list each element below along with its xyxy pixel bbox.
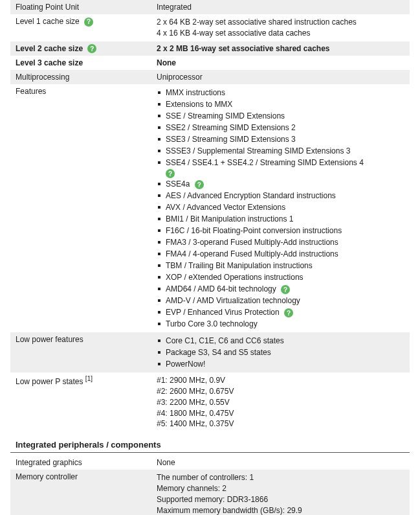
value-igfx: None (157, 458, 404, 467)
value-mp: Uniprocessor (157, 73, 404, 82)
value-l3: None (157, 58, 404, 67)
list-item: PowerNow! (157, 358, 404, 370)
label-pstates: Low power P states [1] (16, 375, 157, 386)
value-pstates: #1: 2900 MHz, 0.9V #2: 2600 MHz, 0.675V … (157, 375, 404, 429)
list-item: XOP / eXtended Operations instructions (157, 271, 404, 283)
list-item: Package S3, S4 and S5 states (157, 347, 404, 358)
label-mp: Multiprocessing (16, 73, 157, 82)
help-icon[interactable]: ? (284, 308, 293, 317)
list-item: FMA3 / 3-operand Fused Multiply-Add inst… (157, 236, 404, 248)
list-item: F16C / 16-bit Floating-Point conversion … (157, 225, 404, 236)
row-memctrl: Memory controller The number of controll… (10, 470, 410, 515)
list-item: Extensions to MMX (157, 98, 404, 110)
list-item: MMX instructions (157, 87, 404, 98)
list-item: AES / Advanced Encryption Standard instr… (157, 190, 404, 201)
footnote-ref: [1] (85, 375, 93, 382)
row-pstates: Low power P states [1] #1: 2900 MHz, 0.9… (10, 372, 410, 432)
row-lowpower: Low power features Core C1, C1E, C6 and … (10, 332, 410, 372)
help-icon[interactable]: ? (84, 17, 93, 27)
value-features: MMX instructionsExtensions to MMXSSE / S… (157, 87, 404, 330)
list-item: BMI1 / Bit Manipulation instructions 1 (157, 213, 404, 225)
label-lowpower: Low power features (16, 335, 157, 344)
row-features: Features MMX instructionsExtensions to M… (10, 84, 410, 332)
lowpower-list: Core C1, C1E, C6 and CC6 statesPackage S… (157, 335, 404, 370)
list-item: SSE3 / Streaming SIMD Extensions 3 (157, 133, 404, 145)
help-icon[interactable]: ? (195, 180, 204, 189)
list-item: FMA4 / 4-operand Fused Multiply-Add inst… (157, 248, 404, 260)
label-l1: Level 1 cache size ? (16, 17, 157, 27)
label-igfx: Integrated graphics (16, 458, 157, 467)
label-fpu: Floating Point Unit (16, 3, 157, 12)
list-item: Turbo Core 3.0 technology (157, 318, 404, 330)
features-list: MMX instructionsExtensions to MMXSSE / S… (157, 87, 404, 330)
row-l2: Level 2 cache size ? 2 x 2 MB 16-way set… (10, 41, 410, 56)
label-l2: Level 2 cache size ? (16, 44, 157, 54)
value-fpu: Integrated (157, 3, 404, 12)
value-l2: 2 x 2 MB 16-way set associative shared c… (157, 44, 404, 53)
label-memctrl: Memory controller (16, 472, 157, 481)
list-item: AMD-V / AMD Virtualization technology (157, 295, 404, 306)
row-igfx: Integrated graphics None (10, 455, 410, 470)
list-item: Core C1, C1E, C6 and CC6 states (157, 335, 404, 347)
value-lowpower: Core C1, C1E, C6 and CC6 statesPackage S… (157, 335, 404, 370)
list-item: SSE4 / SSE4.1 + SSE4.2 / Streaming SIMD … (157, 157, 404, 168)
list-item: EVP / Enhanced Virus Protection ? (157, 306, 404, 318)
list-item: SSE2 / Streaming SIMD Extensions 2 (157, 122, 404, 133)
label-features: Features (16, 87, 157, 96)
value-memctrl: The number of controllers: 1 Memory chan… (157, 472, 404, 515)
help-icon[interactable]: ? (166, 169, 175, 178)
row-l1: Level 1 cache size ? 2 x 64 KB 2-way set… (10, 14, 410, 41)
list-item: SSE4a ? (157, 178, 404, 190)
list-item: TBM / Trailing Bit Manipulation instruct… (157, 260, 404, 271)
list-item: SSE / Streaming SIMD Extensions (157, 110, 404, 122)
section-peripherals: Integrated peripherals / components (10, 432, 410, 453)
row-fpu: Floating Point Unit Integrated (10, 0, 410, 14)
help-icon[interactable]: ? (87, 44, 96, 53)
help-icon[interactable]: ? (281, 285, 290, 294)
label-l3: Level 3 cache size (16, 58, 157, 67)
list-item: AVX / Advanced Vector Extensions (157, 201, 404, 213)
list-item: AMD64 / AMD 64-bit technology ? (157, 283, 404, 295)
row-l3: Level 3 cache size None (10, 56, 410, 70)
list-item: SSSE3 / Supplemental Streaming SIMD Exte… (157, 145, 404, 157)
value-l1: 2 x 64 KB 2-way set associative shared i… (157, 17, 404, 39)
row-mp: Multiprocessing Uniprocessor (10, 70, 410, 84)
